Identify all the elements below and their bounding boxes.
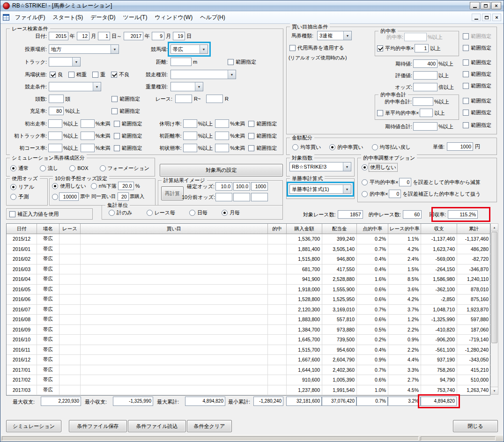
rate-input[interactable] xyxy=(48,132,62,140)
race-from-input[interactable] xyxy=(175,95,192,103)
table-row[interactable]: 2016/06帯広1,528,8001,525,9500.6%4.2%-2,85… xyxy=(7,295,490,305)
save-condition-file-button[interactable]: 条件ファイル保存 xyxy=(69,420,127,432)
table-row[interactable]: 2016/01帯広1,881,4003,505,1400.7%4.2%1,623… xyxy=(7,244,490,255)
target-index-select[interactable]: RB☆STRIKE!3▼ xyxy=(289,162,351,171)
avg-hit-multiplier-input[interactable] xyxy=(415,44,429,52)
table-row[interactable]: 2017/02帯広910,6001,005,3900.6%2.7%94,7905… xyxy=(7,375,490,385)
menu-item[interactable]: ファイル(F) xyxy=(11,12,49,23)
simulation-button[interactable]: シミュレーション xyxy=(6,420,61,432)
race-to-input[interactable] xyxy=(206,95,223,103)
rate-input[interactable] xyxy=(81,132,95,140)
ticket-type-select[interactable]: 3連複▼ xyxy=(317,31,352,40)
radio-option[interactable]: 日毎 xyxy=(189,209,208,216)
pre-odds-not-use-radio[interactable]: 使用しない xyxy=(52,183,86,190)
target-races-input[interactable] xyxy=(338,210,363,219)
pre-odds-input-2[interactable] xyxy=(233,193,250,201)
race-type-select[interactable]: ▼ xyxy=(170,70,236,79)
table-row[interactable]: 2016/03帯広681,700417,5500.4%1.5%-264,150-… xyxy=(7,265,490,275)
single-avg-multiplier-input[interactable] xyxy=(420,109,433,117)
column-header[interactable]: 日付 xyxy=(7,224,37,234)
close-window-button[interactable]: 閉じる xyxy=(453,420,498,432)
range-checkbox[interactable]: 範囲指定 xyxy=(463,122,491,129)
range-checkbox[interactable]: 範囲指定 xyxy=(114,133,142,140)
column-header[interactable]: 収支 xyxy=(421,224,457,234)
table-row[interactable]: 2016/11帯広1,515,700954,6000.4%2.2%-561,10… xyxy=(7,345,490,355)
recovery-rate-input[interactable] xyxy=(448,210,478,219)
column-header[interactable]: 場名 xyxy=(37,224,59,234)
rate-input[interactable] xyxy=(48,144,62,152)
range-checkbox[interactable]: 範囲指定 xyxy=(228,59,256,66)
rate-input[interactable] xyxy=(81,119,95,128)
radio-option[interactable]: 均等買い xyxy=(292,144,321,151)
race-condition-select[interactable]: ▼ xyxy=(49,82,101,91)
date-to-month-input[interactable] xyxy=(152,32,164,40)
target-horse-settings-button[interactable]: 対象馬の設定 xyxy=(160,164,283,177)
table-row[interactable]: 2016/08帯広1,883,800557,8100.6%1.2%-1,325,… xyxy=(7,315,490,325)
table-row[interactable]: 2017/01帯広1,644,1002,402,3600.7%3.3%758,2… xyxy=(7,365,490,376)
radio-option[interactable]: 流し xyxy=(40,165,58,172)
fill-rate-input[interactable] xyxy=(49,107,64,115)
radio-option[interactable]: BOX xyxy=(69,165,88,171)
recalculate-button[interactable]: 再計算 xyxy=(161,186,184,200)
column-header[interactable]: レース的中率 xyxy=(388,224,421,234)
expected-value-input[interactable] xyxy=(413,59,437,68)
fixed-odds-input-2[interactable] xyxy=(233,182,250,191)
rate-input[interactable] xyxy=(183,119,197,128)
column-header[interactable]: 買い目 xyxy=(81,224,268,234)
table-row[interactable]: 2016/04帯広941,9002,528,8801.6%8.5%1,586,9… xyxy=(7,274,490,285)
radio-option[interactable]: フォーメーション xyxy=(100,165,150,172)
radio-option[interactable]: 均等払い戻し xyxy=(372,144,411,151)
range-checkbox[interactable]: 範囲指定 xyxy=(463,97,491,104)
hit-total-input[interactable] xyxy=(413,97,433,106)
drop-rate-radio[interactable]: n%下落 xyxy=(91,183,117,190)
minimize-button[interactable] xyxy=(470,2,480,9)
weight-type-select[interactable]: ▼ xyxy=(170,82,203,91)
range-checkbox[interactable]: 範囲指定 xyxy=(463,33,491,40)
table-row[interactable]: 2016/05帯広1,918,0001,555,9000.6%3.6%-362,… xyxy=(7,285,490,295)
menu-item[interactable]: ウィンドウ(W) xyxy=(151,12,196,23)
table-row[interactable]: 2017/03帯広1,237,8001,991,5401.0%4.5%753,7… xyxy=(7,385,490,396)
track-condition-checkbox[interactable]: 良 xyxy=(50,71,63,78)
menu-item[interactable]: データ(D) xyxy=(87,12,119,23)
pre-odds-input-1[interactable] xyxy=(215,193,232,201)
eval-value-input[interactable] xyxy=(413,71,437,80)
clear-all-conditions-button[interactable]: 条件全クリア xyxy=(187,420,232,432)
win-formula-select[interactable]: 単勝率計算式(1)▼ xyxy=(289,184,351,194)
correction-input-checkbox[interactable]: 補正入力値を使用 xyxy=(9,211,59,218)
adjust-multiplier-input-1[interactable] xyxy=(399,178,411,186)
track-condition-checkbox[interactable]: 重 xyxy=(92,71,105,78)
track-select[interactable]: ▼ xyxy=(49,57,81,66)
adjust-subtract-radio[interactable]: 平均的中率× xyxy=(362,179,398,186)
vote-count-input[interactable] xyxy=(118,192,129,201)
pre-odds-input-3[interactable] xyxy=(251,193,268,201)
range-checkbox[interactable]: 範囲指定 xyxy=(111,96,140,103)
table-row[interactable]: 2016/12帯広1,667,6002,604,7900.9%4.4%937,1… xyxy=(7,355,490,365)
range-checkbox[interactable]: 範囲指定 xyxy=(463,109,491,116)
menu-item[interactable]: ツール(T) xyxy=(119,12,151,23)
table-row[interactable]: 2016/07帯広2,120,3003,169,0100.7%3.7%1,048… xyxy=(7,305,490,315)
date-from-month-input[interactable] xyxy=(77,32,89,40)
rate-input[interactable] xyxy=(215,119,229,128)
hit-rate-input[interactable] xyxy=(404,33,427,41)
date-to-day-input[interactable] xyxy=(173,32,185,40)
column-header[interactable]: レース xyxy=(59,224,81,234)
column-header[interactable]: 配当金 xyxy=(322,224,357,234)
range-checkbox[interactable]: 範囲指定 xyxy=(248,145,277,152)
range-checkbox[interactable]: 範囲指定 xyxy=(248,133,277,140)
range-checkbox[interactable]: 範囲指定 xyxy=(114,120,142,127)
close-button[interactable]: × xyxy=(491,2,501,9)
votes-radio[interactable] xyxy=(52,194,58,200)
rate-input[interactable] xyxy=(215,144,229,152)
voting-place-select[interactable]: 地方▼ xyxy=(49,44,119,54)
scroll-up-button[interactable]: ▲ xyxy=(491,224,498,231)
range-checkbox[interactable]: 範囲指定 xyxy=(463,44,491,52)
table-row[interactable]: 2016/09帯広1,384,700973,8800.5%2.2%-410,82… xyxy=(7,325,490,335)
track-condition-checkbox[interactable]: 稍重 xyxy=(68,71,87,78)
distance-input[interactable] xyxy=(170,58,192,66)
heads-input[interactable] xyxy=(49,95,64,103)
expected-total-input[interactable] xyxy=(413,122,437,131)
radio-option[interactable]: リアル xyxy=(10,184,34,191)
range-checkbox[interactable]: 範囲指定 xyxy=(111,108,140,115)
scroll-down-button[interactable]: ▼ xyxy=(491,387,498,394)
rate-input[interactable] xyxy=(183,132,197,140)
